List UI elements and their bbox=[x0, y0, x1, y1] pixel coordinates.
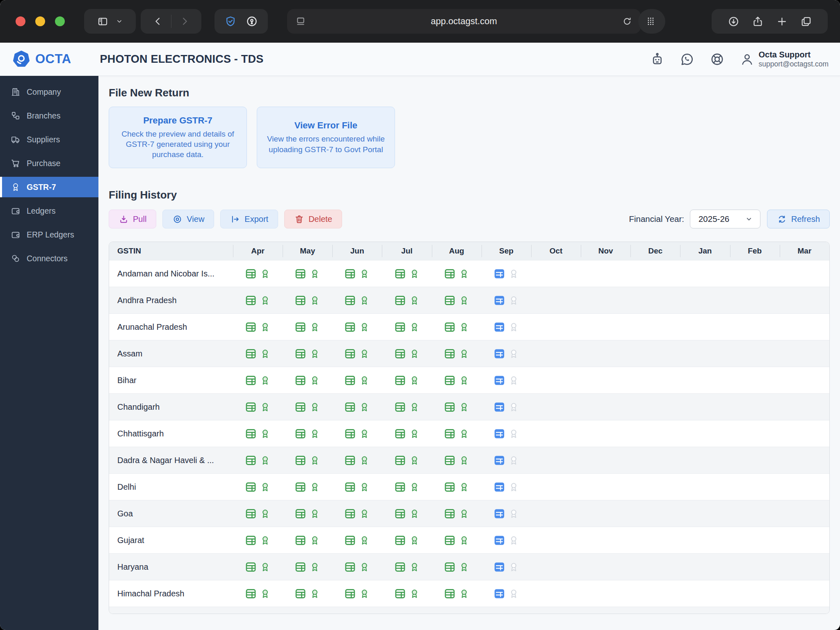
certificate-ribbon-icon[interactable] bbox=[310, 402, 320, 412]
return-sheet-icon[interactable] bbox=[295, 375, 306, 386]
sidebar-item-connectors[interactable]: Connectors bbox=[0, 248, 98, 269]
certificate-ribbon-icon[interactable] bbox=[260, 375, 270, 386]
certificate-ribbon-icon[interactable] bbox=[509, 322, 519, 332]
certificate-ribbon-icon[interactable] bbox=[459, 535, 469, 546]
return-sheet-icon[interactable] bbox=[494, 482, 505, 493]
address-bar[interactable]: app.octagst.com bbox=[287, 9, 641, 34]
month-cell-apr[interactable] bbox=[233, 420, 283, 447]
return-sheet-icon[interactable] bbox=[245, 562, 256, 573]
certificate-ribbon-icon[interactable] bbox=[310, 322, 320, 332]
certificate-ribbon-icon[interactable] bbox=[260, 509, 270, 519]
certificate-ribbon-icon[interactable] bbox=[359, 455, 370, 466]
certificate-ribbon-icon[interactable] bbox=[509, 509, 519, 519]
certificate-ribbon-icon[interactable] bbox=[409, 589, 420, 599]
return-sheet-icon[interactable] bbox=[245, 375, 256, 386]
sidebar-item-ledgers[interactable]: Ledgers bbox=[0, 201, 98, 221]
return-sheet-icon[interactable] bbox=[345, 508, 356, 519]
month-cell-jun[interactable] bbox=[332, 420, 382, 447]
month-cell-may[interactable] bbox=[283, 500, 332, 527]
month-cell-aug[interactable] bbox=[432, 314, 482, 340]
return-sheet-icon[interactable] bbox=[295, 348, 306, 359]
month-cell-may[interactable] bbox=[283, 260, 332, 287]
month-cell-apr[interactable] bbox=[233, 500, 283, 527]
return-sheet-icon[interactable] bbox=[444, 375, 455, 386]
return-sheet-icon[interactable] bbox=[444, 295, 455, 306]
return-sheet-icon[interactable] bbox=[444, 562, 455, 573]
return-sheet-icon[interactable] bbox=[395, 295, 406, 306]
return-sheet-icon[interactable] bbox=[395, 322, 406, 333]
month-cell-may[interactable] bbox=[283, 420, 332, 447]
return-sheet-icon[interactable] bbox=[345, 322, 356, 333]
month-cell-may[interactable] bbox=[283, 367, 332, 393]
month-cell-sep[interactable] bbox=[482, 527, 531, 553]
return-sheet-icon[interactable] bbox=[245, 455, 256, 466]
return-sheet-icon[interactable] bbox=[494, 295, 505, 306]
sidebar-item-purchase[interactable]: Purchase bbox=[0, 153, 98, 173]
month-cell-may[interactable] bbox=[283, 580, 332, 607]
month-cell-may[interactable] bbox=[283, 340, 332, 367]
month-cell-sep[interactable] bbox=[482, 394, 531, 420]
certificate-ribbon-icon[interactable] bbox=[459, 429, 469, 439]
return-sheet-icon[interactable] bbox=[295, 295, 306, 306]
certificate-ribbon-icon[interactable] bbox=[459, 295, 469, 306]
month-cell-apr[interactable] bbox=[233, 607, 283, 614]
certificate-ribbon-icon[interactable] bbox=[509, 429, 519, 439]
certificate-ribbon-icon[interactable] bbox=[409, 455, 420, 466]
certificate-ribbon-icon[interactable] bbox=[509, 295, 519, 306]
month-cell-sep[interactable] bbox=[482, 420, 531, 447]
month-cell-apr[interactable] bbox=[233, 287, 283, 313]
certificate-ribbon-icon[interactable] bbox=[459, 562, 469, 572]
certificate-ribbon-icon[interactable] bbox=[459, 482, 469, 492]
certificate-ribbon-icon[interactable] bbox=[409, 482, 420, 492]
certificate-ribbon-icon[interactable] bbox=[509, 589, 519, 599]
month-cell-apr[interactable] bbox=[233, 314, 283, 340]
certificate-ribbon-icon[interactable] bbox=[409, 349, 420, 359]
month-cell-jun[interactable] bbox=[332, 367, 382, 393]
certificate-ribbon-icon[interactable] bbox=[409, 562, 420, 572]
month-cell-jun[interactable] bbox=[332, 260, 382, 287]
certificate-ribbon-icon[interactable] bbox=[359, 269, 370, 279]
share-icon[interactable] bbox=[752, 16, 764, 27]
return-sheet-icon[interactable] bbox=[395, 348, 406, 359]
certificate-ribbon-icon[interactable] bbox=[509, 455, 519, 466]
certificate-ribbon-icon[interactable] bbox=[509, 375, 519, 386]
certificate-ribbon-icon[interactable] bbox=[459, 322, 469, 332]
return-sheet-icon[interactable] bbox=[444, 455, 455, 466]
month-cell-aug[interactable] bbox=[432, 260, 482, 287]
certificate-ribbon-icon[interactable] bbox=[409, 509, 420, 519]
month-cell-apr[interactable] bbox=[233, 527, 283, 553]
certificate-ribbon-icon[interactable] bbox=[310, 375, 320, 386]
certificate-ribbon-icon[interactable] bbox=[509, 562, 519, 572]
month-cell-sep[interactable] bbox=[482, 287, 531, 313]
return-sheet-icon[interactable] bbox=[245, 402, 256, 413]
delete-button[interactable]: Delete bbox=[284, 210, 342, 228]
month-cell-jun[interactable] bbox=[332, 394, 382, 420]
month-cell-jun[interactable] bbox=[332, 474, 382, 500]
certificate-ribbon-icon[interactable] bbox=[310, 429, 320, 439]
return-sheet-icon[interactable] bbox=[295, 455, 306, 466]
return-sheet-icon[interactable] bbox=[395, 268, 406, 279]
return-sheet-icon[interactable] bbox=[295, 428, 306, 439]
month-cell-jul[interactable] bbox=[382, 500, 431, 527]
certificate-ribbon-icon[interactable] bbox=[260, 535, 270, 546]
month-cell-aug[interactable] bbox=[432, 340, 482, 367]
return-sheet-icon[interactable] bbox=[494, 562, 505, 573]
month-cell-aug[interactable] bbox=[432, 287, 482, 313]
month-cell-sep[interactable] bbox=[482, 314, 531, 340]
certificate-ribbon-icon[interactable] bbox=[359, 589, 370, 599]
forward-icon[interactable] bbox=[179, 16, 190, 27]
minimize-window-button[interactable] bbox=[35, 16, 45, 26]
return-sheet-icon[interactable] bbox=[444, 428, 455, 439]
month-cell-aug[interactable] bbox=[432, 367, 482, 393]
month-cell-may[interactable] bbox=[283, 527, 332, 553]
month-cell-jun[interactable] bbox=[332, 607, 382, 614]
month-cell-aug[interactable] bbox=[432, 580, 482, 607]
sidebar-item-company[interactable]: Company bbox=[0, 82, 98, 102]
view-button[interactable]: View bbox=[162, 210, 214, 228]
month-cell-aug[interactable] bbox=[432, 447, 482, 473]
return-sheet-icon[interactable] bbox=[395, 482, 406, 493]
return-sheet-icon[interactable] bbox=[345, 428, 356, 439]
month-cell-jul[interactable] bbox=[382, 394, 431, 420]
return-sheet-icon[interactable] bbox=[345, 295, 356, 306]
return-sheet-icon[interactable] bbox=[494, 588, 505, 599]
